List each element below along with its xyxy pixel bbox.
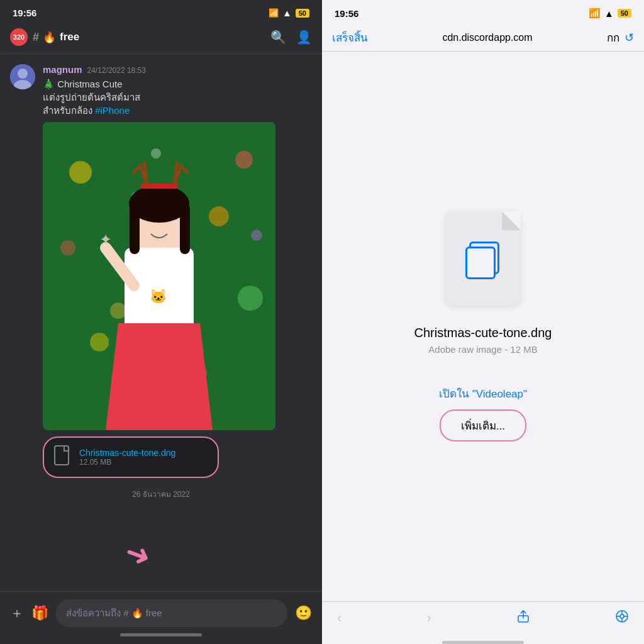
file-attachment[interactable]: Christmas-cute-tone.dng 12.05 MB xyxy=(43,436,219,478)
svg-point-12 xyxy=(151,148,161,158)
message-title: 🎄 Christmas Cute xyxy=(43,77,312,91)
file-name[interactable]: Christmas-cute-tone.dng xyxy=(79,448,175,458)
input-placeholder: ส่งข้อความถึง # 🔥 free xyxy=(66,606,162,621)
discord-bottom-bar: ＋ 🎁 ส่งข้อความถึง # 🔥 free 🙂 xyxy=(0,591,322,644)
more-button[interactable]: เพิ่มเติม... xyxy=(440,409,526,441)
doc-icon-front xyxy=(465,247,496,279)
time-right: 19:56 xyxy=(335,8,358,19)
emoji-icon[interactable]: 🙂 xyxy=(295,605,312,621)
svg-text:🐱: 🐱 xyxy=(150,288,167,305)
safari-content-area: Christmas-cute-tone.dng Adobe raw image … xyxy=(322,52,644,601)
forward-button[interactable]: › xyxy=(426,610,431,626)
safari-nav-bar: เสร็จสิ้น cdn.discordapp.com กก ↺ xyxy=(322,24,644,52)
battery-badge-right: 50 xyxy=(618,9,631,18)
discord-panel: 19:56 📶 ▲ 50 320 # 🔥 free 🔍 👤 xyxy=(0,0,322,644)
share-button[interactable] xyxy=(516,609,530,627)
header-icons[interactable]: 🔍 👤 xyxy=(270,30,312,45)
time-left: 19:56 xyxy=(13,8,36,18)
channel-label: free xyxy=(60,31,79,43)
svg-rect-24 xyxy=(55,446,69,465)
input-bar: ＋ 🎁 ส่งข้อความถึง # 🔥 free 🙂 xyxy=(10,599,312,627)
safari-bottom-toolbar: ‹ › xyxy=(322,601,644,635)
svg-point-8 xyxy=(60,240,75,255)
svg-point-4 xyxy=(69,161,92,184)
avatar-svg xyxy=(10,64,35,89)
username: magnum xyxy=(43,64,82,75)
open-in-videoleap-button[interactable]: เปิดใน "Videoleap" xyxy=(439,385,527,402)
file-svg xyxy=(54,445,72,465)
message-image[interactable]: ✦ 🐱 xyxy=(43,122,275,430)
share-icon xyxy=(516,609,530,623)
safari-font-button[interactable]: กก xyxy=(607,29,619,46)
message-content: magnum 24/12/2022 18:53 🎄 Christmas Cute… xyxy=(43,64,312,478)
svg-point-10 xyxy=(90,333,109,352)
date-separator: 26 ธันวาคม 2022 xyxy=(10,488,312,500)
file-size: 12.05 MB xyxy=(79,458,175,467)
file-info: Christmas-cute-tone.dng 12.05 MB xyxy=(79,448,175,467)
message-line3: สำหรับกล้อง #iPhone xyxy=(43,104,312,117)
home-indicator-right xyxy=(442,641,524,644)
channel-name: # 🔥 free xyxy=(33,31,270,44)
bookmark-icon xyxy=(615,609,629,623)
status-icons-left: 📶 ▲ 50 xyxy=(269,8,309,18)
hashtag-iphone: #iPhone xyxy=(95,105,130,116)
avatar xyxy=(10,64,35,89)
discord-header: 320 # 🔥 free 🔍 👤 xyxy=(0,23,322,54)
svg-point-14 xyxy=(110,303,126,319)
signal-icon-right: 📶 xyxy=(589,8,601,19)
message-text: 🎄 Christmas Cute แต่งรูปถ่ายต้นคริสต์มาส… xyxy=(43,77,312,117)
safari-url-bar[interactable]: cdn.discordapp.com xyxy=(368,32,607,43)
avatar-image xyxy=(10,64,35,89)
message-item: magnum 24/12/2022 18:53 🎄 Christmas Cute… xyxy=(10,64,312,478)
safari-filename: Christmas-cute-tone.dng xyxy=(414,326,552,340)
pink-arrow-icon: ➜ xyxy=(121,533,157,575)
status-bar-right: 19:56 📶 ▲ 50 xyxy=(322,0,644,24)
svg-rect-18 xyxy=(130,204,140,254)
svg-text:✦: ✦ xyxy=(99,231,112,248)
wifi-icon-right: ▲ xyxy=(604,8,614,19)
message-area: magnum 24/12/2022 18:53 🎄 Christmas Cute… xyxy=(0,54,322,591)
wifi-icon: ▲ xyxy=(282,8,292,18)
message-input[interactable]: ส่งข้อความถึง # 🔥 free xyxy=(56,599,287,627)
svg-point-7 xyxy=(209,206,229,226)
svg-point-1 xyxy=(18,69,28,79)
safari-panel: 19:56 📶 ▲ 50 เสร็จสิ้น cdn.discordapp.co… xyxy=(322,0,644,644)
profile-icon[interactable]: 👤 xyxy=(296,30,312,45)
file-icon xyxy=(54,445,72,469)
xmas-background: ✦ 🐱 xyxy=(43,122,275,430)
svg-point-9 xyxy=(238,286,263,311)
hash-icon: # xyxy=(33,31,39,44)
safari-reload-button[interactable]: ↺ xyxy=(625,31,634,45)
notification-badge: 320 xyxy=(10,28,28,46)
home-indicator-left xyxy=(120,633,202,636)
back-button[interactable]: ‹ xyxy=(337,610,341,626)
signal-icon: 📶 xyxy=(269,8,279,18)
message-header: magnum 24/12/2022 18:53 xyxy=(43,64,312,75)
status-icons-right: 📶 ▲ 50 xyxy=(589,8,631,19)
file-document-icon xyxy=(445,211,521,306)
svg-point-13 xyxy=(251,230,262,241)
svg-point-28 xyxy=(620,614,624,618)
battery-badge-left: 50 xyxy=(296,9,309,18)
status-bar-left: 19:56 📶 ▲ 50 xyxy=(0,0,322,23)
safari-done-button[interactable]: เสร็จสิ้น xyxy=(332,29,368,46)
timestamp: 24/12/2022 18:53 xyxy=(87,66,146,75)
svg-rect-19 xyxy=(180,204,190,254)
search-icon[interactable]: 🔍 xyxy=(270,30,286,45)
bookmark-button[interactable] xyxy=(615,609,629,627)
message-line2: แต่งรูปถ่ายต้นคริสต์มาส xyxy=(43,91,312,104)
plus-icon[interactable]: ＋ xyxy=(10,604,24,623)
gift-icon[interactable]: 🎁 xyxy=(31,605,48,621)
svg-point-5 xyxy=(235,151,253,169)
arrow-container: ➜ xyxy=(126,536,151,572)
safari-fileinfo: Adobe raw image - 12 MB xyxy=(428,344,537,355)
fire-emoji: 🔥 xyxy=(43,31,56,44)
photo-svg: ✦ 🐱 xyxy=(43,122,275,430)
